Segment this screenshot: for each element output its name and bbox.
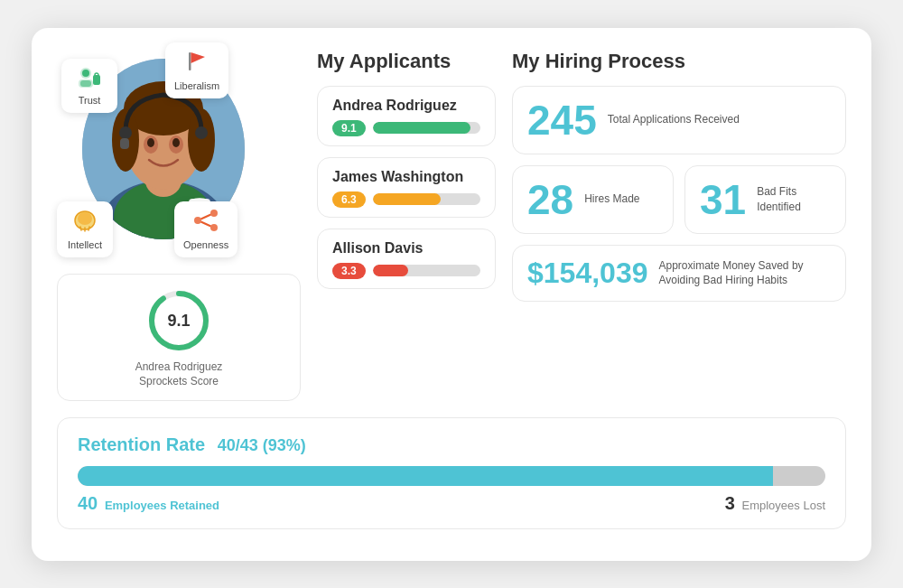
score-label: Andrea RodriguezSprockets Score [74, 359, 284, 390]
applicant-name-1: Andrea Rodriguez [332, 98, 480, 114]
svg-point-13 [195, 126, 208, 139]
main-card: Trust Liberalism [32, 28, 871, 561]
applicant-card-3[interactable]: Allison Davis 3.3 [317, 229, 496, 289]
stat-row-money: $154,039 Approximate Money Saved by Avoi… [512, 245, 846, 303]
stat-number-total: 245 [527, 99, 597, 141]
trait-badge-trust: Trust [61, 59, 117, 113]
trait-badge-intellect: Intellect [57, 201, 113, 257]
trust-label: Trust [79, 95, 101, 106]
svg-point-18 [82, 70, 89, 77]
score-bar-row-2: 6.3 [332, 191, 480, 208]
avatar-area: Trust Liberalism [66, 50, 247, 248]
applicant-card-2[interactable]: James Washington 6.3 [317, 157, 496, 218]
bar-fill-2 [373, 193, 441, 205]
retained-label: 40 Employees Retained [78, 493, 219, 514]
stat-desc-money: Approximate Money Saved by Avoiding Bad … [658, 258, 831, 289]
svg-point-27 [194, 217, 201, 224]
score-bar-row-1: 9.1 [332, 120, 480, 136]
stat-desc-hires: Hires Made [584, 191, 639, 207]
svg-point-10 [147, 138, 154, 147]
liberalism-icon [185, 50, 209, 79]
svg-line-30 [201, 214, 211, 219]
stat-desc-badfits: Bad Fits Identified [757, 184, 831, 215]
retention-section: Retention Rate 40/43 (93%) 40 Employees … [57, 417, 846, 529]
score-box: 9.1 Andrea RodriguezSprockets Score [57, 274, 301, 402]
svg-rect-21 [93, 75, 100, 85]
trait-badge-openness: Openness [174, 201, 237, 257]
bar-fill-3 [373, 265, 408, 276]
stat-number-badfits: 31 [700, 179, 746, 220]
left-column: Trust Liberalism [57, 50, 301, 402]
stat-box-total: 245 Total Applications Received [512, 86, 846, 154]
stat-box-badfits: 31 Bad Fits Identified [684, 165, 846, 234]
svg-rect-23 [189, 52, 191, 70]
lost-label: 3 Employees Lost [725, 493, 825, 514]
retention-bar-fill [78, 466, 773, 486]
applicant-card-1[interactable]: Andrea Rodriguez 9.1 [317, 86, 496, 146]
stat-box-money: $154,039 Approximate Money Saved by Avoi… [512, 245, 846, 303]
stat-number-money: $154,039 [527, 258, 647, 287]
score-pill-3: 3.3 [332, 263, 366, 279]
stat-number-hires: 28 [527, 179, 573, 220]
bar-bg-2 [373, 193, 480, 205]
svg-line-31 [201, 221, 211, 226]
stat-row-hires-badfits: 28 Hires Made 31 Bad Fits Identified [512, 165, 846, 234]
lost-count: 3 [725, 493, 735, 513]
svg-point-11 [172, 138, 180, 147]
bar-fill-1 [373, 122, 471, 134]
svg-point-28 [210, 210, 218, 217]
retained-count: 40 [78, 493, 98, 513]
applicants-title: My Applicants [317, 50, 496, 73]
score-circle: 9.1 [147, 289, 210, 352]
svg-point-25 [78, 212, 92, 225]
retention-fraction: 40/43 (93%) [218, 436, 306, 454]
retained-text: Employees Retained [105, 499, 219, 512]
score-pill-2: 6.3 [332, 191, 366, 208]
liberalism-label: Liberalism [174, 80, 219, 91]
retention-labels: 40 Employees Retained 3 Employees Lost [78, 493, 825, 514]
svg-rect-14 [120, 138, 129, 149]
intellect-label: Intellect [68, 239, 102, 250]
svg-point-29 [210, 224, 218, 231]
trait-badge-liberalism: Liberalism [165, 42, 228, 98]
score-bar-row-3: 3.3 [332, 263, 480, 279]
openness-label: Openness [183, 239, 228, 250]
svg-rect-20 [80, 80, 91, 87]
hiring-title: My Hiring Process [512, 50, 846, 73]
main-layout: Trust Liberalism [57, 50, 846, 402]
svg-point-12 [119, 126, 132, 139]
retention-title: Retention Rate 40/43 (93%) [78, 434, 825, 455]
right-column: My Hiring Process 245 Total Applications… [512, 50, 846, 402]
openness-icon [192, 209, 219, 238]
retention-bar-bg [78, 466, 825, 486]
score-value: 9.1 [167, 311, 190, 330]
applicant-name-2: James Washington [332, 169, 480, 185]
intellect-icon [72, 209, 98, 238]
stat-desc-total: Total Applications Received [608, 112, 740, 127]
bar-bg-3 [373, 265, 480, 276]
trust-icon [77, 66, 102, 93]
applicant-name-3: Allison Davis [332, 240, 480, 257]
stat-box-hires: 28 Hires Made [512, 165, 674, 234]
score-pill-1: 9.1 [332, 120, 366, 136]
stat-row-total: 245 Total Applications Received [512, 86, 846, 154]
middle-column: My Applicants Andrea Rodriguez 9.1 James… [317, 50, 496, 402]
lost-text: Employees Lost [742, 499, 826, 512]
bar-bg-1 [373, 122, 480, 134]
